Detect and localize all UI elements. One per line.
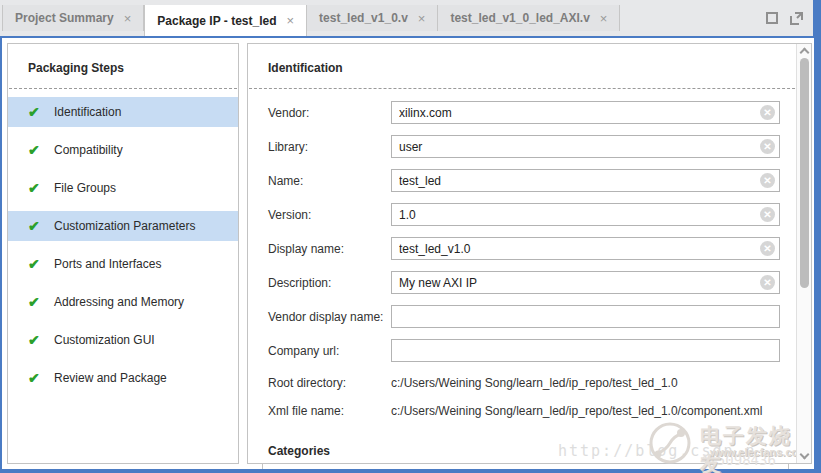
tab-label: Project Summary [15,11,114,25]
watermark-site-url: www.elecfans.com [710,446,808,458]
description-field[interactable] [391,271,780,294]
close-icon[interactable]: × [122,12,134,25]
sidebar-item-file-groups[interactable]: ✔ File Groups [8,173,238,203]
float-window-icon[interactable] [766,12,778,25]
root-directory-label: Root directory: [268,376,391,390]
clear-field-icon[interactable]: ✕ [760,207,775,222]
checkmark-icon: ✔ [28,180,46,196]
display-name-row: Display name: ✕ [268,237,780,260]
vendor-field[interactable] [391,101,780,124]
checkmark-icon: ✔ [28,104,46,120]
display-name-field[interactable] [391,237,780,260]
sidebar-item-label: Identification [54,105,121,119]
vendor-display-name-row: Vendor display name: [268,305,780,328]
vertical-scrollbar[interactable] [796,44,811,463]
content-area: Packaging Steps ✔ Identification ✔ Compa… [2,38,814,469]
categories-title: Categories [268,444,330,458]
name-label: Name: [268,174,391,188]
vendor-display-name-label: Vendor display name: [268,310,391,324]
categories-box [262,463,789,469]
sidebar-item-label: Addressing and Memory [54,295,184,309]
clear-field-icon[interactable]: ✕ [760,275,775,290]
library-field[interactable] [391,135,780,158]
vendor-display-name-field[interactable] [391,305,780,328]
tab-label: Package IP - test_led [157,14,276,28]
sidebar-item-label: Review and Package [54,371,167,385]
sidebar-item-review-and-package[interactable]: ✔ Review and Package [8,363,238,393]
packaging-steps-list: ✔ Identification ✔ Compatibility ✔ File … [8,97,238,401]
clear-field-icon[interactable]: ✕ [760,105,775,120]
tab-label: test_led_v1_0.v [319,11,408,25]
scroll-down-icon[interactable] [800,450,810,460]
name-field[interactable] [391,169,780,192]
name-row: Name: ✕ [268,169,780,192]
scrollbar-thumb[interactable] [800,58,809,288]
clear-field-icon[interactable]: ✕ [760,139,775,154]
close-icon[interactable]: × [598,12,610,25]
checkmark-icon: ✔ [28,142,46,158]
tab-test-led-axi[interactable]: test_led_v1_0_led_AXI.v × [438,5,620,31]
window-controls [766,12,803,25]
maximize-icon[interactable] [790,12,803,25]
sidebar-item-label: Customization GUI [54,333,155,347]
sidebar-item-label: File Groups [54,181,116,195]
xml-file-name-label: Xml file name: [268,404,391,418]
editor-tab-bar: Project Summary × Package IP - test_led … [0,0,813,36]
sidebar-item-customization-parameters[interactable]: ✔ Customization Parameters [8,211,238,241]
sidebar-item-label: Customization Parameters [54,219,195,233]
tab-project-summary[interactable]: Project Summary × [2,5,144,31]
identification-panel: Identification Vendor: ✕ Library: ✕ Name… [247,43,812,464]
separator [249,88,810,89]
sidebar-item-ports-and-interfaces[interactable]: ✔ Ports and Interfaces [8,249,238,279]
watermark-url: http://blog.csdn.n [558,442,757,460]
sidebar-item-label: Compatibility [54,143,123,157]
version-field[interactable] [391,203,780,226]
description-row: Description: ✕ [268,271,780,294]
library-label: Library: [268,140,391,154]
root-directory-value: c:/Users/Weining Song/learn_led/ip_repo/… [391,376,678,390]
checkmark-icon: ✔ [28,218,46,234]
display-name-label: Display name: [268,242,391,256]
vendor-row: Vendor: ✕ [268,101,780,124]
company-url-label: Company url: [268,344,391,358]
clear-field-icon[interactable]: ✕ [760,173,775,188]
sidebar-item-compatibility[interactable]: ✔ Compatibility [8,135,238,165]
library-row: Library: ✕ [268,135,780,158]
checkmark-icon: ✔ [28,332,46,348]
packaging-steps-panel: Packaging Steps ✔ Identification ✔ Compa… [7,43,239,464]
company-url-field[interactable] [391,339,780,362]
checkmark-icon: ✔ [28,294,46,310]
version-row: Version: ✕ [268,203,780,226]
description-label: Description: [268,276,391,290]
xml-file-name-value: c:/Users/Weining Song/learn_led/ip_repo/… [391,404,762,418]
sidebar-title: Packaging Steps [28,61,124,75]
scroll-up-icon[interactable] [800,48,810,58]
separator [9,88,237,89]
company-url-row: Company url: [268,339,780,362]
vivado-package-ip-window: Project Summary × Package IP - test_led … [0,0,821,473]
close-icon[interactable]: × [285,14,297,27]
version-label: Version: [268,208,391,222]
clear-field-icon[interactable]: ✕ [760,241,775,256]
close-icon[interactable]: × [416,12,428,25]
checkmark-icon: ✔ [28,370,46,386]
root-directory-row: Root directory: c:/Users/Weining Song/le… [268,375,678,391]
identification-title: Identification [268,61,343,75]
sidebar-item-addressing-and-memory[interactable]: ✔ Addressing and Memory [8,287,238,317]
checkmark-icon: ✔ [28,256,46,272]
tab-package-ip[interactable]: Package IP - test_led × [144,5,307,36]
tab-label: test_led_v1_0_led_AXI.v [450,11,589,25]
tab-test-led-v1-0[interactable]: test_led_v1_0.v × [307,5,438,31]
vendor-label: Vendor: [268,106,391,120]
sidebar-item-identification[interactable]: ✔ Identification [8,97,238,127]
sidebar-item-label: Ports and Interfaces [54,257,161,271]
sidebar-item-customization-gui[interactable]: ✔ Customization GUI [8,325,238,355]
xml-file-name-row: Xml file name: c:/Users/Weining Song/lea… [268,403,762,419]
